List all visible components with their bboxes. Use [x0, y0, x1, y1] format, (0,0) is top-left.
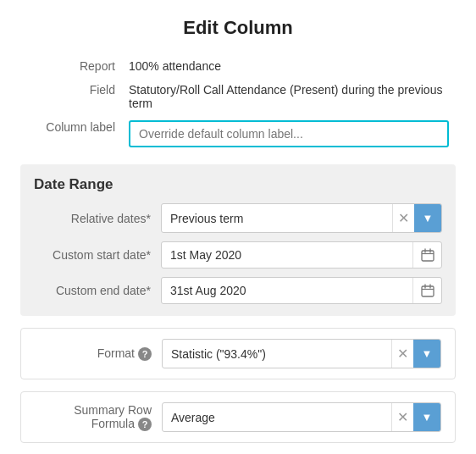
custom-end-control: 31st Aug 2020	[161, 277, 442, 304]
custom-start-value: 1st May 2020	[162, 242, 412, 268]
summary-row-help-icon[interactable]: ?	[138, 418, 152, 431]
format-label: Format?	[35, 346, 162, 361]
report-label: Report	[20, 54, 122, 78]
date-range-section: Date Range Relative dates* Previous term…	[20, 164, 456, 316]
custom-end-row: Custom end date* 31st Aug 2020	[34, 277, 442, 304]
custom-start-row: Custom start date* 1st May 2020	[34, 241, 442, 269]
format-dropdown-icon[interactable]: ▼	[413, 340, 440, 368]
relative-dates-control: Previous term ✕ ▼	[161, 203, 442, 233]
format-control: Statistic ("93.4%") ✕ ▼	[162, 339, 441, 368]
svg-rect-4	[422, 286, 434, 296]
field-label: Field	[20, 78, 122, 115]
custom-end-calendar-icon[interactable]	[412, 278, 441, 303]
format-help-icon[interactable]: ?	[138, 347, 152, 361]
column-label-label: Column label	[20, 115, 122, 152]
summary-row-section: Summary Row Formula? Average ✕ ▼	[20, 391, 456, 443]
field-row: Field Statutory/Roll Call Attendance (Pr…	[20, 78, 456, 115]
summary-row-control: Average ✕ ▼	[162, 402, 441, 432]
relative-dates-value: Previous term	[162, 206, 392, 231]
summary-row-select[interactable]: Average ✕ ▼	[162, 402, 441, 432]
info-table: Report 100% attendance Field Statutory/R…	[20, 54, 456, 152]
svg-rect-0	[422, 251, 434, 261]
edit-column-dialog: Edit Column Report 100% attendance Field…	[0, 0, 476, 454]
format-value: Statistic ("93.4%")	[163, 341, 391, 367]
custom-end-value: 31st Aug 2020	[162, 278, 412, 303]
custom-start-control: 1st May 2020	[161, 241, 442, 269]
dialog-title: Edit Column	[20, 17, 456, 39]
summary-row-value: Average	[163, 405, 391, 430]
summary-row-clear-icon[interactable]: ✕	[391, 403, 413, 431]
relative-dates-select[interactable]: Previous term ✕ ▼	[161, 203, 442, 233]
custom-start-calendar-icon[interactable]	[412, 242, 441, 268]
relative-dates-row: Relative dates* Previous term ✕ ▼	[34, 203, 442, 233]
date-range-title: Date Range	[34, 176, 442, 193]
summary-row-field: Summary Row Formula? Average ✕ ▼	[35, 402, 441, 432]
summary-row-label: Summary Row Formula?	[35, 403, 162, 431]
custom-end-label: Custom end date*	[34, 284, 161, 297]
relative-dates-clear-icon[interactable]: ✕	[392, 204, 414, 232]
custom-start-label: Custom start date*	[34, 248, 161, 262]
relative-dates-label: Relative dates*	[34, 212, 161, 225]
format-select[interactable]: Statistic ("93.4%") ✕ ▼	[162, 339, 441, 368]
format-row: Format? Statistic ("93.4%") ✕ ▼	[35, 339, 441, 368]
column-label-row: Column label	[20, 115, 456, 152]
field-value: Statutory/Roll Call Attendance (Present)…	[122, 78, 456, 115]
summary-row-dropdown-icon[interactable]: ▼	[413, 403, 440, 431]
column-label-input[interactable]	[129, 120, 449, 147]
report-value: 100% attendance	[122, 54, 456, 78]
format-section: Format? Statistic ("93.4%") ✕ ▼	[20, 328, 456, 379]
custom-start-input[interactable]: 1st May 2020	[161, 241, 442, 269]
custom-end-input[interactable]: 31st Aug 2020	[161, 277, 442, 304]
format-clear-icon[interactable]: ✕	[391, 340, 413, 368]
relative-dates-dropdown-icon[interactable]: ▼	[414, 204, 441, 232]
report-row: Report 100% attendance	[20, 54, 456, 78]
